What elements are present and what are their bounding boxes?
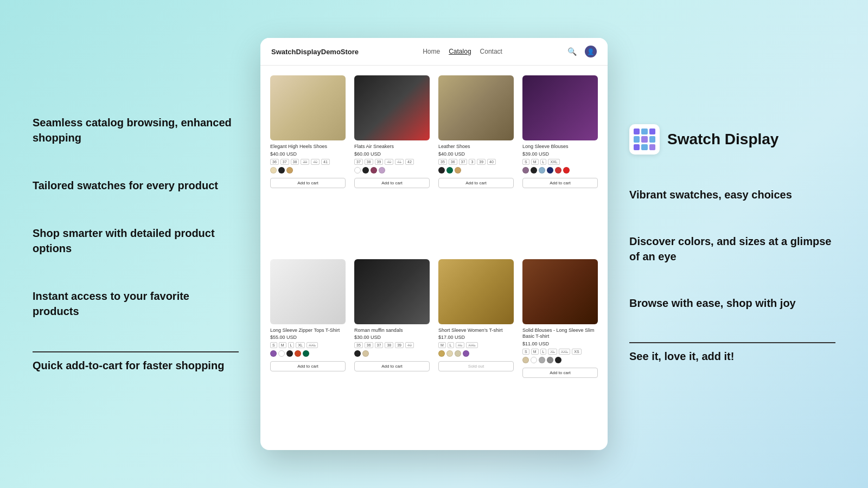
- size-xs[interactable]: XS: [572, 349, 581, 355]
- add-to-cart-btn-1[interactable]: Add to cart: [270, 178, 346, 188]
- size-40[interactable]: 40: [405, 342, 414, 348]
- color-swatch[interactable]: [362, 350, 369, 357]
- cart-icon[interactable]: 👤: [585, 46, 597, 57]
- color-swatch[interactable]: [539, 167, 545, 174]
- size-35[interactable]: 35: [354, 342, 363, 348]
- product-price-8: $11.00 USD: [522, 341, 598, 346]
- add-to-cart-btn-8[interactable]: Add to cart: [522, 368, 598, 378]
- color-swatch[interactable]: [563, 167, 570, 174]
- color-swatch[interactable]: [463, 350, 469, 357]
- size-xl[interactable]: XL: [456, 342, 465, 348]
- color-swatch[interactable]: [455, 350, 461, 357]
- brand-icon-cell: [641, 144, 647, 150]
- color-swatch[interactable]: [379, 167, 385, 174]
- size-35[interactable]: 35: [438, 159, 447, 165]
- size-xxl[interactable]: XXL: [307, 342, 318, 348]
- size-38[interactable]: 38: [385, 342, 393, 348]
- color-swatch[interactable]: [438, 167, 445, 174]
- product-name-3: Leather Shoes: [438, 144, 514, 150]
- color-swatch[interactable]: [286, 350, 293, 357]
- color-swatch[interactable]: [278, 167, 285, 174]
- product-card-1: Elegant High Heels Shoes $40.00 USD 36 3…: [266, 71, 350, 255]
- color-swatch[interactable]: [446, 167, 453, 174]
- size-m[interactable]: M: [279, 342, 286, 348]
- color-swatch[interactable]: [455, 167, 461, 174]
- size-xl[interactable]: XL: [296, 342, 305, 348]
- right-feature-1: Vibrant swatches, easy choices: [629, 187, 835, 202]
- color-swatch[interactable]: [555, 357, 561, 363]
- sold-out-btn-7[interactable]: Sold out: [438, 361, 514, 371]
- color-swatch[interactable]: [438, 350, 445, 357]
- size-37[interactable]: 37: [375, 342, 384, 348]
- size-39[interactable]: 39: [395, 342, 404, 348]
- add-to-cart-btn-2[interactable]: Add to cart: [354, 178, 430, 188]
- size-l[interactable]: L: [540, 159, 547, 165]
- add-to-cart-btn-4[interactable]: Add to cart: [522, 178, 598, 188]
- size-39[interactable]: 39: [375, 159, 384, 165]
- size-l[interactable]: L: [288, 342, 295, 348]
- nav-catalog[interactable]: Catalog: [449, 48, 471, 55]
- color-swatch[interactable]: [539, 357, 545, 363]
- size-37[interactable]: 37: [280, 159, 289, 165]
- product-img-8: [522, 259, 598, 324]
- size-l[interactable]: L: [540, 349, 547, 355]
- size-36[interactable]: 36: [449, 159, 457, 165]
- size-xxl[interactable]: XXL: [559, 349, 570, 355]
- product-price-1: $40.00 USD: [270, 151, 346, 157]
- size-39[interactable]: 39: [477, 159, 486, 165]
- nav-home[interactable]: Home: [423, 48, 440, 55]
- color-swatch[interactable]: [270, 350, 277, 357]
- size-s[interactable]: S: [270, 342, 277, 348]
- color-swatch[interactable]: [522, 357, 529, 363]
- right-feature-2: Discover colors, and sizes at a glimpse …: [629, 234, 835, 264]
- color-swatch[interactable]: [362, 167, 369, 174]
- color-swatch[interactable]: [371, 167, 377, 174]
- product-price-2: $60.00 USD: [354, 151, 430, 157]
- size-m[interactable]: M: [531, 159, 539, 165]
- color-swatch[interactable]: [522, 167, 529, 174]
- size-42[interactable]: 42: [405, 159, 414, 165]
- size-xxl[interactable]: XXL: [466, 342, 477, 348]
- color-swatch[interactable]: [278, 350, 285, 357]
- size-38[interactable]: 38: [291, 159, 299, 165]
- size-s[interactable]: S: [522, 159, 529, 165]
- size-37[interactable]: 37: [459, 159, 468, 165]
- color-swatch[interactable]: [531, 357, 537, 363]
- search-icon[interactable]: 🔍: [566, 46, 578, 57]
- color-swatch[interactable]: [547, 167, 553, 174]
- color-swatch[interactable]: [555, 167, 561, 174]
- size-37[interactable]: 37: [354, 159, 363, 165]
- size-l[interactable]: L: [448, 342, 454, 348]
- brand-icon-cell: [649, 129, 655, 134]
- size-40[interactable]: 40: [385, 159, 393, 165]
- product-price-4: $39.00 USD: [522, 151, 598, 157]
- add-to-cart-btn-3[interactable]: Add to cart: [438, 178, 514, 188]
- size-40[interactable]: 40: [311, 159, 320, 165]
- size-41[interactable]: 41: [395, 159, 404, 165]
- color-swatch[interactable]: [354, 167, 361, 174]
- size-xl[interactable]: XL: [548, 349, 557, 355]
- size-m[interactable]: M: [438, 342, 446, 348]
- color-swatch[interactable]: [286, 167, 293, 174]
- color-swatch[interactable]: [303, 350, 309, 357]
- size-39[interactable]: 39: [301, 159, 309, 165]
- size-3[interactable]: 3: [469, 159, 475, 165]
- size-36[interactable]: 36: [365, 342, 373, 348]
- size-s[interactable]: S: [522, 349, 529, 355]
- add-to-cart-btn-5[interactable]: Add to cart: [270, 361, 346, 371]
- add-to-cart-btn-6[interactable]: Add to cart: [354, 361, 430, 371]
- size-41[interactable]: 41: [321, 159, 330, 165]
- color-swatch[interactable]: [295, 350, 301, 357]
- brand-icon: [629, 124, 660, 155]
- color-swatch[interactable]: [547, 357, 553, 363]
- size-36[interactable]: 36: [270, 159, 279, 165]
- color-swatch[interactable]: [531, 167, 537, 174]
- size-38[interactable]: 38: [365, 159, 373, 165]
- size-m[interactable]: M: [531, 349, 539, 355]
- size-xxl[interactable]: XXL: [548, 159, 559, 165]
- color-swatch[interactable]: [446, 350, 453, 357]
- color-swatch[interactable]: [270, 167, 277, 174]
- nav-contact[interactable]: Contact: [480, 48, 502, 55]
- color-swatch[interactable]: [354, 350, 361, 357]
- size-40[interactable]: 40: [487, 159, 496, 165]
